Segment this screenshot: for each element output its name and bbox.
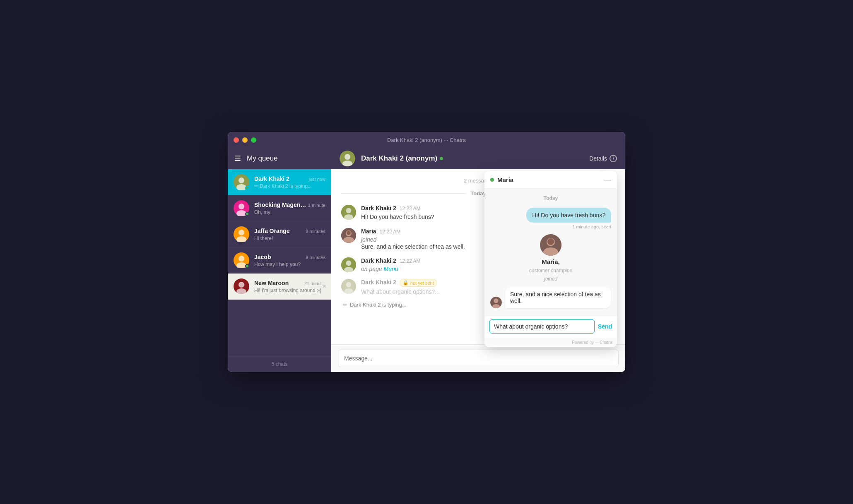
details-button[interactable]: Details i	[589, 155, 617, 162]
chat-preview: How may I help you?	[254, 262, 325, 267]
svg-point-16	[345, 154, 350, 160]
pencil-icon: ✏	[254, 183, 258, 189]
close-button[interactable]	[234, 137, 239, 143]
widget-bubble-left: Sure, and a nice selection of tea as wel…	[505, 287, 611, 308]
chat-name-row: Dark Khaki 2 just now	[254, 175, 325, 182]
widget-agent-role: customer champion	[529, 268, 573, 274]
chat-name: Jaffa Orange	[254, 228, 290, 234]
msg-sender: Dark Khaki 2	[361, 205, 396, 211]
avatar-jacob	[234, 252, 249, 268]
app-window: Dark Khaki 2 (anonym) ··· Chatra ☰ My qu…	[228, 132, 625, 372]
svg-point-13	[239, 282, 244, 288]
msg-time: 12:22 AM	[400, 258, 421, 264]
widget-agent-avatar	[540, 234, 561, 256]
msg-text: Sure, and a nice selection of tea as wel…	[361, 243, 465, 251]
sidebar-header: ☰ My queue	[228, 148, 331, 169]
msg-text: What about organic options?...	[361, 288, 440, 295]
message-input[interactable]	[338, 350, 619, 367]
chat-info-dark-khaki-2: Dark Khaki 2 just now ✏ Dark Khaki 2 is …	[254, 175, 325, 189]
delete-chat-button[interactable]: ×	[323, 283, 326, 290]
widget-agent-info: Maria	[490, 176, 513, 183]
chat-preview: Hi! I'm just browsing around :-)	[254, 288, 325, 293]
svg-point-24	[347, 231, 351, 235]
avatar-jaffa-orange	[234, 226, 249, 242]
chats-count: 5 chats	[272, 361, 288, 367]
svg-point-4	[239, 204, 244, 209]
info-icon: i	[610, 155, 617, 162]
menu-icon[interactable]: ☰	[234, 154, 241, 163]
window-title: Dark Khaki 2 (anonym) ··· Chatra	[387, 137, 466, 143]
message-input-area	[331, 344, 625, 372]
msg-time: 12:22 AM	[380, 229, 401, 235]
header-avatar	[340, 151, 355, 166]
widget-header: Maria —	[484, 171, 617, 189]
chat-info-jaffa-orange: Jaffa Orange 8 minutes Hi there!	[254, 228, 325, 241]
chat-item-jacob[interactable]: Jacob 9 minutes How may I help you?	[228, 247, 331, 274]
maximize-button[interactable]	[251, 137, 256, 143]
svg-point-36	[494, 299, 499, 303]
chat-preview: Oh, my!	[254, 209, 325, 215]
page-link[interactable]: Menu	[384, 266, 398, 272]
chat-header: Dark Khaki 2 (anonym) Details i	[331, 148, 625, 169]
widget-input-area: Send	[484, 315, 617, 338]
minimize-button[interactable]	[242, 137, 248, 143]
chat-item-shocking-magenta-4[interactable]: Shocking Magenta 4 1 minute Oh, my!	[228, 195, 331, 221]
chat-list: Dark Khaki 2 just now ✏ Dark Khaki 2 is …	[228, 169, 331, 356]
chat-name: Dark Khaki 2	[254, 175, 289, 182]
msg-sender: Dark Khaki 2	[361, 279, 396, 286]
chat-item-new-maroon[interactable]: New Maroon 21 minut... Hi! I'm just brow…	[228, 274, 331, 300]
window-controls	[234, 137, 256, 143]
widget-online-dot	[490, 178, 494, 182]
msg-joined: joined	[361, 236, 465, 243]
sidebar-footer: 5 chats	[228, 356, 331, 372]
header-name: Dark Khaki 2 (anonym)	[361, 154, 583, 163]
message-content-maria: Maria 12:22 AM joined Sure, and a nice s…	[361, 228, 465, 251]
msg-sender: Maria	[361, 228, 376, 235]
chat-preview: Hi there!	[254, 235, 325, 241]
chat-name: Jacob	[254, 254, 271, 260]
widget-response-avatar	[490, 297, 502, 308]
avatar-shocking-magenta-4	[234, 200, 249, 216]
widget-input[interactable]	[489, 319, 595, 334]
svg-point-7	[239, 230, 244, 235]
msg-avatar-maria	[341, 228, 356, 243]
chat-info-new-maroon: New Maroon 21 minut... Hi! I'm just brow…	[254, 280, 325, 293]
widget-bubble-right: Hi! Do you have fresh buns?	[526, 208, 611, 223]
msg-avatar-user	[341, 205, 356, 220]
chat-item-dark-khaki-2[interactable]: Dark Khaki 2 just now ✏ Dark Khaki 2 is …	[228, 169, 331, 195]
svg-point-19	[346, 208, 352, 214]
message-content-unsent: Dark Khaki 2 🔒 not yet sent What about o…	[361, 279, 440, 295]
online-status	[245, 186, 249, 190]
widget-bubble-meta: 1 minute ago, seen	[572, 224, 611, 229]
title-bar: Dark Khaki 2 (anonym) ··· Chatra	[228, 132, 625, 148]
chat-time: 1 minute	[308, 203, 325, 208]
msg-sender: Dark Khaki 2	[361, 257, 396, 264]
online-status	[245, 212, 249, 216]
svg-point-10	[239, 256, 244, 262]
svg-point-29	[346, 282, 352, 288]
chat-name: Shocking Magenta 4	[254, 202, 308, 208]
widget-date: Today	[490, 195, 611, 201]
chat-info-shocking-magenta-4: Shocking Magenta 4 1 minute Oh, my!	[254, 202, 325, 215]
msg-avatar-user2	[341, 257, 356, 272]
chat-item-jaffa-orange[interactable]: Jaffa Orange 8 minutes Hi there!	[228, 221, 331, 247]
chat-info-jacob: Jacob 9 minutes How may I help you?	[254, 254, 325, 267]
widget-user-message: Hi! Do you have fresh buns? 1 minute ago…	[490, 208, 611, 229]
widget-response-row: Sure, and a nice selection of tea as wel…	[490, 287, 611, 308]
chat-name: New Maroon	[254, 280, 289, 286]
online-indicator	[440, 157, 443, 160]
pencil-icon: ✏	[343, 302, 347, 308]
not-sent-badge: 🔒 not yet sent	[400, 279, 437, 287]
msg-text: Hi! Do you have fresh buns?	[361, 213, 434, 221]
widget-agent-joined: joined	[544, 276, 557, 282]
widget-send-button[interactable]: Send	[598, 323, 612, 330]
message-content-page: Dark Khaki 2 12:22 AM on page Menu	[361, 257, 421, 272]
chat-preview: ✏ Dark Khaki 2 is typing...	[254, 183, 325, 189]
svg-point-34	[547, 238, 554, 245]
svg-point-26	[346, 261, 352, 266]
widget-close-button[interactable]: —	[604, 176, 611, 183]
msg-time: 12:22 AM	[400, 206, 421, 211]
avatar-dark-khaki-2	[234, 174, 249, 190]
svg-point-1	[239, 178, 244, 183]
msg-page: on page Menu	[361, 266, 421, 272]
